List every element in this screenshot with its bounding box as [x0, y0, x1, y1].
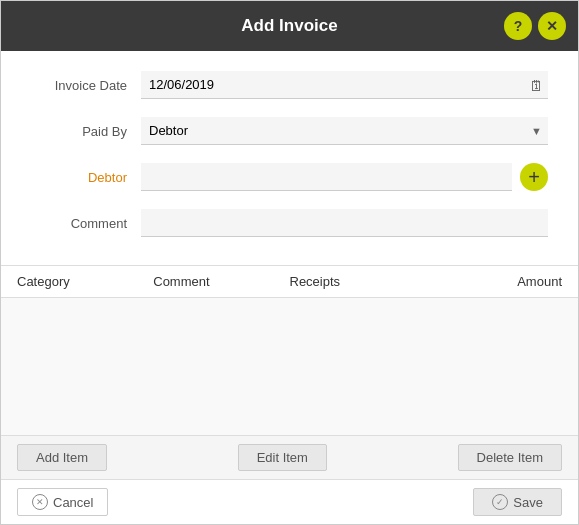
debtor-row: Debtor + [31, 163, 548, 191]
comment-wrap [141, 209, 548, 237]
col-amount: Amount [426, 274, 562, 289]
save-button[interactable]: ✓ Save [473, 488, 562, 516]
modal-footer: ✕ Cancel ✓ Save [1, 479, 578, 524]
invoice-date-input[interactable] [141, 71, 548, 99]
col-comment: Comment [153, 274, 289, 289]
edit-item-button[interactable]: Edit Item [238, 444, 327, 471]
paid-by-label: Paid By [31, 124, 141, 139]
debtor-label: Debtor [31, 170, 141, 185]
paid-by-select[interactable]: Debtor Creditor Other [141, 117, 548, 145]
modal-title: Add Invoice [241, 16, 337, 36]
add-invoice-modal: Add Invoice ? ✕ Invoice Date 🗓 Paid By D… [0, 0, 579, 525]
invoice-date-wrap: 🗓 [141, 71, 548, 99]
save-circle-icon: ✓ [492, 494, 508, 510]
comment-row: Comment [31, 209, 548, 237]
modal-header: Add Invoice ? ✕ [1, 1, 578, 51]
debtor-wrap [141, 163, 512, 191]
close-button[interactable]: ✕ [538, 12, 566, 40]
help-button[interactable]: ? [504, 12, 532, 40]
comment-label: Comment [31, 216, 141, 231]
paid-by-row: Paid By Debtor Creditor Other ▼ [31, 117, 548, 145]
table-header: Category Comment Receipts Amount [1, 266, 578, 298]
save-label: Save [513, 495, 543, 510]
debtor-input[interactable] [141, 163, 512, 191]
items-table-section: Category Comment Receipts Amount Add Ite… [1, 265, 578, 479]
delete-item-button[interactable]: Delete Item [458, 444, 562, 471]
cancel-label: Cancel [53, 495, 93, 510]
cancel-button[interactable]: ✕ Cancel [17, 488, 108, 516]
add-debtor-button[interactable]: + [520, 163, 548, 191]
table-body [1, 298, 578, 435]
col-category: Category [17, 274, 153, 289]
modal-body: Invoice Date 🗓 Paid By Debtor Creditor O… [1, 51, 578, 265]
cancel-circle-icon: ✕ [32, 494, 48, 510]
add-item-button[interactable]: Add Item [17, 444, 107, 471]
comment-input[interactable] [141, 209, 548, 237]
header-buttons: ? ✕ [504, 12, 566, 40]
table-footer: Add Item Edit Item Delete Item [1, 435, 578, 479]
invoice-date-label: Invoice Date [31, 78, 141, 93]
paid-by-wrap: Debtor Creditor Other ▼ [141, 117, 548, 145]
col-receipts: Receipts [290, 274, 426, 289]
invoice-date-row: Invoice Date 🗓 [31, 71, 548, 99]
